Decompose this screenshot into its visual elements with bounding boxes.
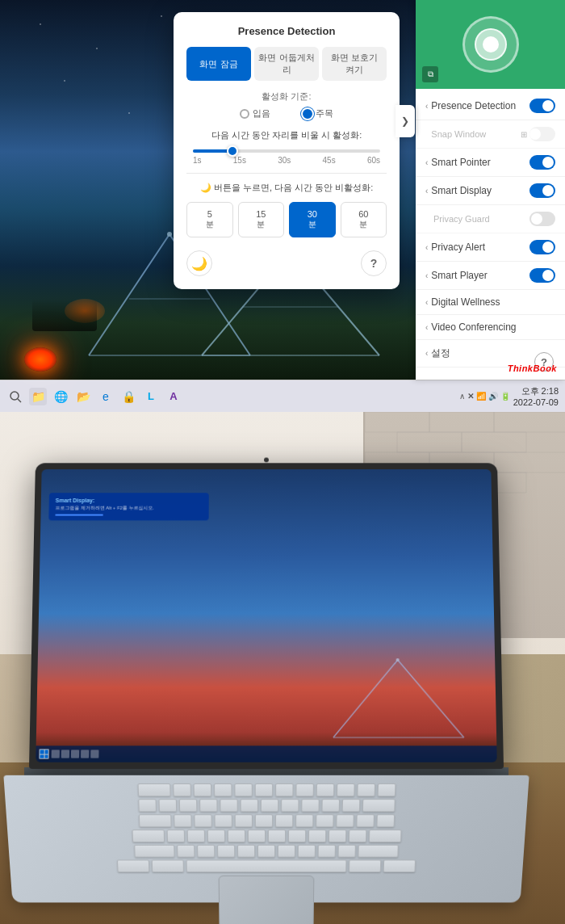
taskbar-wifi-icon[interactable]: 📶 [476,392,486,401]
radio-circle-leave [303,109,312,119]
taskbar-up-arrow-icon[interactable]: ∧ [459,392,465,401]
smart-player-toggle[interactable] [529,268,555,283]
chevron-smart-display-icon: ‹ [425,187,428,195]
touchpad[interactable] [219,876,315,924]
menu-item-privacy-alert[interactable]: ‹ Privacy Alert [416,233,565,262]
tab-dim-screen[interactable]: 화면 어둡게처리 [254,47,319,81]
taskbar-date: 2022-07-09 [513,397,559,407]
notification-body: 프로그램을 제거하려면 Alt + F2를 누르십시오. [55,505,202,511]
key-shift-r [358,845,398,858]
taskbar-security-icon[interactable]: 🔒 [119,388,137,405]
key-9 [321,799,339,812]
screen-tb-icon-1 [52,750,60,758]
expand-panel-button[interactable]: ❯ [396,105,415,137]
expand-arrow-icon: ❯ [401,116,409,127]
panel-main-icon-core [483,36,499,52]
menu-item-snap-window-left: ‹ Snap Window [425,129,486,139]
panel-main-icon-inner [475,28,507,61]
menu-item-smart-pointer[interactable]: ‹ Smart Pointer [416,149,565,177]
key-c [217,845,235,858]
taskbar-battery-icon[interactable]: 🔋 [500,392,510,401]
presence-toggle[interactable] [529,99,555,113]
time-btn-5-unit: 분 [190,219,229,230]
privacy-alert-knob [542,242,554,253]
moon-button[interactable]: 🌙 [186,250,212,276]
radio-leave[interactable]: 주목 [303,107,333,120]
taskbar-close-circle-icon[interactable]: ✕ [467,392,474,401]
menu-item-snap-window[interactable]: ‹ Snap Window ⊞ [416,120,565,149]
svg-rect-13 [429,412,494,432]
menu-item-presence[interactable]: ‹ Presence Detection [416,92,565,120]
svg-line-11 [18,399,21,402]
tab-screen-saver[interactable]: 화면 보호기 켜기 [322,47,387,81]
slider-thumb[interactable] [227,145,238,157]
taskbar-search-icon[interactable] [6,388,24,405]
menu-item-smart-player-left: ‹ Smart Player [425,270,488,281]
toggle-knob [542,100,554,111]
time-btn-30[interactable]: 30 분 [289,202,336,237]
key-ctrl-r [383,859,416,872]
svg-rect-16 [462,432,526,452]
taskbar-speaker-icon[interactable]: 🔊 [488,392,498,401]
taskbar-file-explorer-icon[interactable]: 📁 [29,388,47,405]
key-g [247,830,265,842]
time-btn-5[interactable]: 5 분 [186,202,233,237]
key-o [336,814,354,827]
time-btn-15[interactable]: 15 분 [238,202,285,237]
time-btn-60[interactable]: 60 분 [341,202,387,237]
taskbar-app-l-icon[interactable]: L [142,388,160,405]
taskbar-edge-icon[interactable]: e [97,388,115,405]
key-f6 [275,783,293,796]
tab-screen-lock[interactable]: 화면 잠금 [186,47,251,81]
key-f2 [193,783,211,796]
key-caps [132,830,165,842]
key-n [278,845,295,858]
video-conferencing-label: Video Conferencing [431,321,516,333]
key-alt-r [349,859,381,872]
key-4 [220,799,237,812]
svg-point-10 [10,392,19,400]
panel-menu: ‹ Presence Detection ‹ Snap Window ⊞ [416,89,565,371]
snap-window-label: Snap Window [431,129,486,139]
smart-display-toggle[interactable] [529,183,555,198]
key-8 [301,799,319,812]
privacy-guard-toggle[interactable] [529,212,555,226]
slider-labels: 1s 15s 30s 45s 60s [193,156,380,165]
key-t [254,814,272,827]
screen-taskbar [36,746,497,762]
key-l [328,830,345,842]
slider-container[interactable]: 1s 15s 30s 45s 60s [186,149,387,165]
dialog-title: Presence Detection [186,25,387,37]
smart-pointer-toggle[interactable] [529,155,555,170]
menu-item-video-conferencing[interactable]: ‹ Video Conferencing [416,315,565,340]
svg-line-0 [89,234,170,355]
start-dot-4 [44,754,48,758]
screen-start-button [39,749,48,758]
help-button[interactable]: ? [361,250,387,276]
taskbar-browser-icon[interactable]: 🌐 [52,388,69,405]
menu-item-smart-player[interactable]: ‹ Smart Player [416,262,565,290]
figure-silhouettes [32,299,97,331]
key-z [177,845,195,858]
radio-enter[interactable]: 입음 [240,107,270,120]
key-backtick [138,799,157,812]
menu-item-digital-wellness[interactable]: ‹ Digital Wellness [416,290,565,315]
menu-item-privacy-guard[interactable]: Privacy Guard [416,205,565,233]
privacy-alert-toggle[interactable] [529,240,555,254]
menu-item-settings-left: ‹ 설정 [425,346,450,360]
key-d [207,830,224,842]
taskbar-folder-icon[interactable]: 📂 [74,388,92,405]
menu-item-smart-display[interactable]: ‹ Smart Display [416,177,565,205]
time-btn-5-label: 5 [190,209,229,219]
chevron-smart-player-icon: ‹ [425,271,428,280]
smart-display-label: Smart Display [431,185,492,196]
svg-line-24 [333,660,398,737]
snap-window-toggle[interactable] [529,127,555,141]
key-f10 [357,783,375,796]
key-f9 [337,783,355,796]
taskbar-time: 오후 2:18 [513,385,559,397]
screen-tent-svg [316,644,480,741]
taskbar-app-a-icon[interactable]: A [165,388,182,405]
laptop-keyboard-body [3,775,529,903]
divider [186,173,387,174]
